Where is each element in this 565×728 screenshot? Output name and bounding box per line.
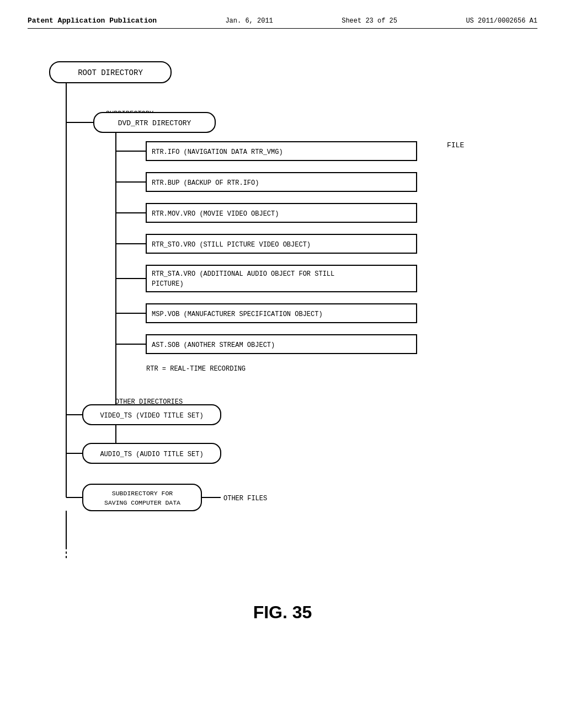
subdirectory-for-line1: SUBDIRECTORY FOR xyxy=(112,490,173,497)
rtr-sta-line2: PICTURE) xyxy=(152,280,184,288)
svg-rect-14 xyxy=(146,265,417,292)
rtr-ifo-label: RTR.IFO (NAVIGATION DATA RTR_VMG) xyxy=(152,148,283,156)
svg-rect-29 xyxy=(83,484,201,511)
rtr-sto-label: RTR_STO.VRO (STILL PICTURE VIDEO OBJECT) xyxy=(152,241,311,249)
page-header: Patent Application Publication Jan. 6, 2… xyxy=(28,17,537,29)
patent-number: US 2011/0002656 A1 xyxy=(466,17,537,25)
date-label: Jan. 6, 2011 xyxy=(225,17,273,25)
diagram: ROOT DIRECTORY SUBDIRECTORY DVD_RTR DIRE… xyxy=(39,51,535,580)
msp-vob-label: MSP.VOB (MANUFACTURER SPECIFICATION OBJE… xyxy=(152,311,323,318)
file-label: FILE xyxy=(447,141,464,149)
page: Patent Application Publication Jan. 6, 2… xyxy=(0,0,565,728)
root-directory-label: ROOT DIRECTORY xyxy=(78,68,143,77)
rtr-mov-label: RTR.MOV.VRO (MOVIE VIDEO OBJECT) xyxy=(152,210,279,218)
other-files-label: OTHER FILES xyxy=(223,495,267,502)
sheet-label: Sheet 23 of 25 xyxy=(342,17,397,25)
rtr-sta-line1: RTR_STA.VRO (ADDITIONAL AUDIO OBJECT FOR… xyxy=(152,270,334,278)
figure-caption: FIG. 35 xyxy=(28,602,537,623)
publication-label: Patent Application Publication xyxy=(28,17,157,25)
subdirectory-for-line2: SAVING COMPUTER DATA xyxy=(104,499,180,506)
rtr-bup-label: RTR.BUP (BACKUP OF RTR.IFO) xyxy=(152,179,259,187)
rtr-note: RTR = REAL-TIME RECORDING xyxy=(146,365,246,373)
dvd-rtr-label: DVD_RTR DIRECTORY xyxy=(118,119,191,127)
ast-sob-label: AST.SOB (ANOTHER STREAM OBJECT) xyxy=(152,341,275,349)
audio-ts-label: AUDIO_TS (AUDIO TITLE SET) xyxy=(100,451,203,458)
video-ts-label: VIDEO_TS (VIDEO TITLE SET) xyxy=(100,412,203,420)
